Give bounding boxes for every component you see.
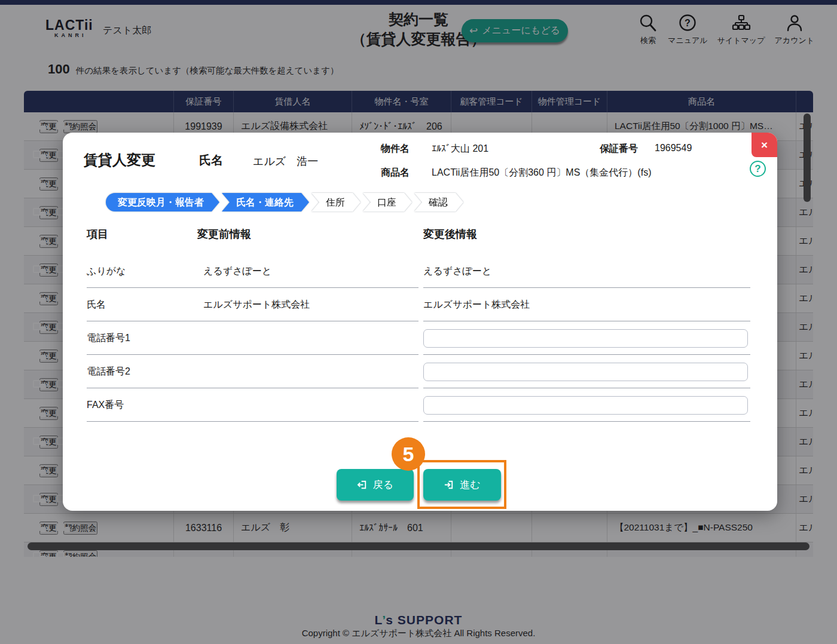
close-icon[interactable]: × [752,133,777,157]
電話番号1-input[interactable] [423,329,748,348]
exit-left-icon [357,479,368,490]
product-name-label: 商品名 [381,167,410,179]
form-col-before: 変更前情報 [197,227,418,254]
guarantee-number-label: 保証番号 [600,143,638,155]
wizard-step-label: 氏名・連絡先 [222,193,309,211]
before-value: エルズサポート株式会社 [197,299,418,311]
wizard-step-label: 変更反映月・報告者 [106,193,219,211]
before-value: えるずさぽーと [197,265,418,278]
after-value: エルズサポート株式会社 [423,299,530,309]
change-form: 項目 変更前情報 変更後情報 ふりがなえるずさぽーとえるずさぽーと氏名エルズサポ… [87,227,755,422]
guarantee-number-value: 1969549 [655,143,692,154]
form-col-after: 変更後情報 [418,227,755,254]
after-cell: えるずさぽーと [418,265,755,278]
back-button[interactable]: 戻る [337,469,414,501]
wizard-step-label: 口座 [363,193,412,211]
after-value: えるずさぽーと [423,266,491,276]
after-cell [418,363,755,381]
tutorial-step-badge: 5 [392,437,425,471]
help-icon[interactable]: ? [750,161,766,177]
wizard-step-label: 確認 [414,193,463,211]
product-name-value: LACTii居住用50〔分割360 円〕MS（集金代行）(fs) [432,167,651,179]
after-cell [418,396,755,415]
after-cell [418,329,755,348]
landlord-change-modal: 賃貸人変更 氏名 エルズ 浩一 物件名 ｴﾙｽﾞ大山 201 保証番号 1969… [63,133,777,511]
row-divider-left [87,421,418,422]
form-row-電話番号1: 電話番号1 [87,321,755,355]
form-row-電話番号2: 電話番号2 [87,355,755,388]
wizard-step-住所[interactable]: 住所 [311,193,361,211]
form-item-label: 電話番号1 [87,332,197,345]
row-divider-right [423,421,750,422]
form-row-ふりがな: ふりがなえるずさぽーとえるずさぽーと [87,254,755,288]
enter-right-icon [444,479,455,490]
form-item-label: ふりがな [87,265,197,278]
back-button-label: 戻る [373,478,393,492]
FAX番号-input[interactable] [423,396,748,415]
wizard-step-変更反映月・報告者[interactable]: 変更反映月・報告者 [106,193,219,211]
form-row-FAX番号: FAX番号 [87,388,755,422]
name-label: 氏名 [199,152,223,168]
form-item-label: 氏名 [87,299,197,311]
form-row-氏名: 氏名エルズサポート株式会社エルズサポート株式会社 [87,288,755,321]
wizard-step-label: 住所 [311,193,361,211]
form-item-label: FAX番号 [87,399,197,412]
after-cell: エルズサポート株式会社 [418,299,755,311]
property-name-label: 物件名 [381,143,410,155]
next-button-label: 進む [460,478,480,492]
wizard-stepper: 変更反映月・報告者氏名・連絡先住所口座確認 [106,193,463,211]
wizard-step-氏名・連絡先[interactable]: 氏名・連絡先 [222,193,309,211]
wizard-step-口座[interactable]: 口座 [363,193,412,211]
form-header-row: 項目 変更前情報 変更後情報 [87,227,755,254]
name-value: エルズ 浩一 [253,154,318,168]
modal-title: 賃貸人変更 [84,151,155,170]
電話番号2-input[interactable] [423,363,748,381]
wizard-step-確認[interactable]: 確認 [414,193,463,211]
property-name-value: ｴﾙｽﾞ大山 201 [432,143,488,155]
form-col-item: 項目 [87,227,197,254]
form-item-label: 電話番号2 [87,366,197,378]
next-button[interactable]: 進む [423,469,501,501]
